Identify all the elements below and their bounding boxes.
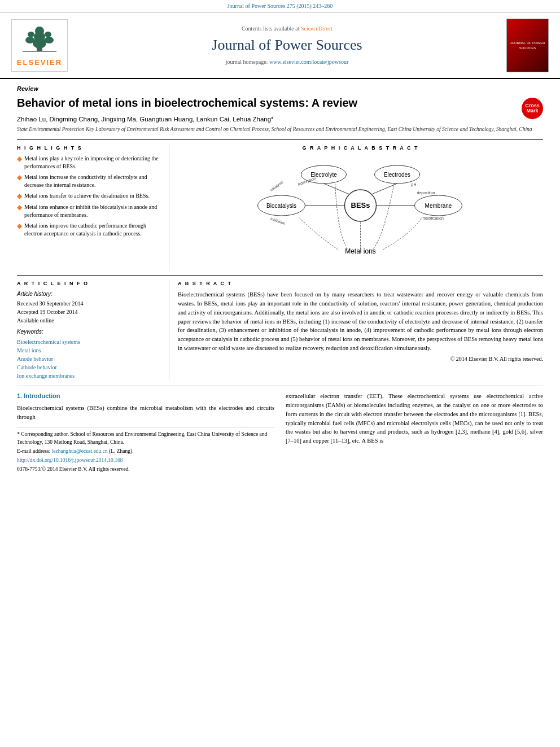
email-link[interactable]: lezhanghua@ecust.edu.cn (52, 448, 108, 454)
keywords-label: Keywords: (17, 328, 162, 336)
journal-cover: JOURNAL OF POWER SOURCES (506, 19, 549, 72)
footnotes: * Corresponding author. School of Resour… (17, 427, 274, 473)
doi-line: http://dx.doi.org/10.1016/j.jpowsour.201… (17, 457, 274, 464)
highlight-item-5: ◆ Metal ions improve the cathodic perfor… (17, 222, 162, 238)
article-title: Behavior of metal ions in bioelectrochem… (17, 95, 543, 110)
cover-image: JOURNAL OF POWER SOURCES (506, 19, 549, 72)
corresponding-author: * Corresponding author. School of Resour… (17, 431, 274, 446)
abstract-text: Bioelectrochemical systems (BESs) have b… (178, 290, 543, 352)
article-type-label: Review (17, 85, 543, 93)
svg-point-7 (45, 32, 51, 37)
article-history-label: Article history: (17, 290, 162, 298)
graphical-abstract-column: G R A P H I C A L A B S T R A C T BESs B… (178, 145, 543, 270)
journal-title-block: Contents lists available at ScienceDirec… (73, 25, 501, 65)
doi-link[interactable]: http://dx.doi.org/10.1016/j.jpowsour.201… (17, 457, 123, 463)
highlight-item-3: ◆ Metal ions transfer to achieve the des… (17, 192, 162, 200)
highlights-graphical-section: H I G H L I G H T S ◆ Metal ions play a … (17, 139, 543, 270)
svg-point-8 (38, 48, 41, 50)
highlight-item-2: ◆ Metal ions increase the conductivity o… (17, 173, 162, 189)
keyword-3: Anode behavior (17, 355, 162, 363)
svg-line-21 (324, 184, 349, 194)
introduction-columns: 1. Introduction Bioelectrochemical syste… (17, 392, 543, 475)
keyword-2: Metal ions (17, 346, 162, 355)
svg-text:Membrane: Membrane (425, 203, 452, 209)
highlights-column: H I G H L I G H T S ◆ Metal ions play a … (17, 145, 169, 270)
issn-line: 0378-7753/© 2014 Elsevier B.V. All right… (17, 466, 274, 473)
section-number-heading: 1. Introduction (17, 392, 274, 400)
highlight-item-1: ◆ Metal ions play a key role in improvin… (17, 155, 162, 171)
article-info-column: A R T I C L E I N F O Article history: R… (17, 280, 169, 381)
keywords-section: Keywords: Bioelectrochemical systems Met… (17, 328, 162, 380)
keyword-1: Bioelectrochemical systems (17, 338, 162, 346)
introduction-section: 1. Introduction Bioelectrochemical syste… (17, 392, 543, 475)
introduction-left: 1. Introduction Bioelectrochemical syste… (17, 392, 274, 475)
journal-reference: Journal of Power Sources 275 (2015) 243–… (0, 0, 560, 13)
email-line: E-mail address: lezhanghua@ecust.edu.cn … (17, 448, 274, 455)
svg-point-5 (45, 37, 54, 43)
introduction-right: extracellular electron transfer (EET). T… (286, 392, 543, 475)
copyright-text: © 2014 Elsevier B.V. All rights reserved… (178, 355, 543, 363)
svg-text:BESs: BESs (351, 201, 370, 209)
svg-text:Adsorption: Adsorption (297, 176, 316, 187)
abstract-column: A B S T R A C T Bioelectrochemical syste… (178, 280, 543, 381)
svg-point-6 (28, 32, 34, 37)
graphical-abstract-label: G R A P H I C A L A B S T R A C T (178, 145, 543, 152)
svg-text:Electrodes: Electrodes (384, 172, 410, 178)
svg-text:catalysis: catalysis (269, 180, 285, 193)
svg-rect-9 (23, 51, 56, 52)
article-info-abstract-section: A R T I C L E I N F O Article history: R… (17, 275, 543, 381)
available-online: Available online (17, 317, 162, 325)
authors: Zhihao Lu, Dingming Chang, Jingxing Ma, … (17, 115, 543, 124)
main-content: Review CrossMark Behavior of metal ions … (0, 79, 560, 481)
affiliation: State Environmental Protection Key Labor… (17, 126, 543, 133)
journal-header: ELSEVIER Contents lists available at Sci… (0, 13, 560, 79)
article-info-label: A R T I C L E I N F O (17, 280, 162, 287)
keyword-4: Cathode behavior (17, 363, 162, 372)
received-date: Received 30 September 2014 (17, 300, 162, 308)
svg-text:modification: modification (423, 216, 444, 220)
crossmark-badge: CrossMark (522, 98, 543, 119)
graphical-abstract-diagram: BESs Biocatalysis Electrolyte Electrodes… (178, 155, 543, 268)
highlights-label: H I G H L I G H T S (17, 145, 162, 152)
svg-text:inhibition: inhibition (270, 217, 286, 226)
journal-homepage-link[interactable]: www.elsevier.com/locate/jpowsour (269, 59, 348, 65)
journal-name: Journal of Power Sources (73, 35, 501, 55)
svg-text:Biocatalysis: Biocatalysis (266, 203, 296, 209)
section-divider (17, 386, 543, 386)
accepted-date: Accepted 19 October 2014 (17, 308, 162, 316)
elsevier-logo: ELSEVIER (11, 19, 68, 72)
introduction-left-text: Bioelectrochemical systems (BESs) combin… (17, 404, 274, 422)
svg-text:deposition: deposition (417, 191, 435, 195)
highlight-item-4: ◆ Metal ions enhance or inhibit the bioc… (17, 203, 162, 219)
elsevier-tree-icon (20, 23, 59, 54)
sciencedirect-link[interactable]: ScienceDirect (301, 25, 333, 32)
svg-point-4 (25, 37, 34, 43)
abstract-label: A B S T R A C T (178, 280, 543, 287)
elsevier-brand: ELSEVIER (15, 58, 64, 68)
introduction-right-text: extracellular electron transfer (EET). T… (286, 392, 543, 445)
svg-point-3 (35, 27, 44, 36)
keyword-5: Ion exchange membranes (17, 372, 162, 380)
svg-text:pH: pH (412, 182, 417, 187)
title-block: CrossMark Behavior of metal ions in bioe… (17, 95, 543, 110)
